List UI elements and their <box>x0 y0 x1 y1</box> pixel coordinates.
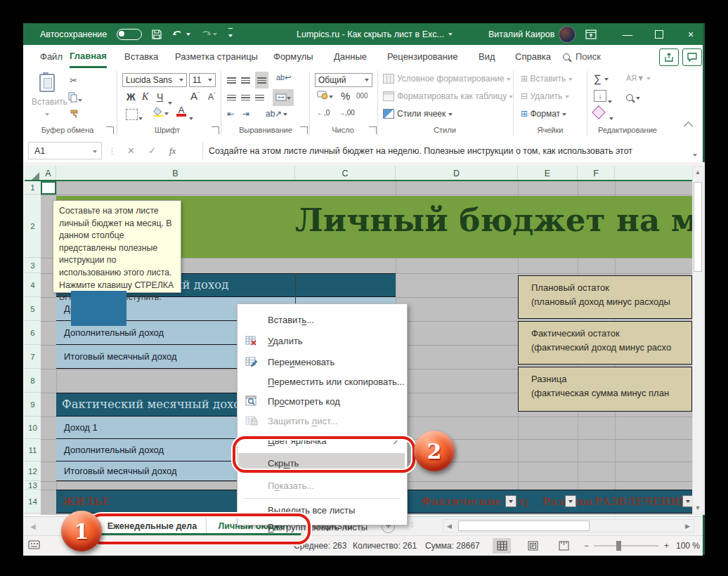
menu-item-view-code[interactable]: Просмотреть код <box>238 391 405 411</box>
maximize-button[interactable] <box>647 23 671 45</box>
row-header-13[interactable]: 13 <box>25 481 41 490</box>
select-all-corner[interactable] <box>25 166 41 181</box>
row-header-4[interactable]: 4 <box>25 273 41 297</box>
fill-down-icon[interactable]: ↓ <box>594 90 606 102</box>
clear-icon[interactable] <box>592 105 606 119</box>
row-header-14[interactable]: 14 <box>25 490 41 513</box>
search-box[interactable]: Поиск <box>563 45 601 68</box>
comma-style-icon[interactable]: 000 <box>356 92 368 100</box>
borders-dropdown[interactable] <box>138 112 143 124</box>
cancel-entry-icon[interactable]: ✕ <box>127 142 135 159</box>
fill-color-icon[interactable] <box>153 107 169 119</box>
zoom-out-button[interactable]: − <box>584 536 589 556</box>
scroll-down-arrow[interactable]: ▼ <box>693 503 703 513</box>
comments-button[interactable] <box>682 48 702 66</box>
sheet-scroll-left-icon[interactable]: ◀ <box>30 523 36 530</box>
row-header-6[interactable]: 6 <box>25 321 41 345</box>
vertical-scroll-thumb[interactable] <box>694 182 702 272</box>
expand-formula-bar-icon[interactable] <box>693 148 697 161</box>
page-break-view-button[interactable] <box>554 538 573 554</box>
tab-page-layout[interactable]: Разметка страницы <box>175 45 258 68</box>
tab-splitter-handle[interactable]: ⁞ <box>411 521 413 529</box>
insert-cells-button[interactable]: ⊞ Вставить <box>521 74 573 84</box>
zoom-in-button[interactable]: + <box>664 536 669 556</box>
row-header-7[interactable]: 7 <box>25 345 41 369</box>
column-header-c[interactable]: C <box>295 166 396 181</box>
clear-dropdown[interactable] <box>609 112 613 124</box>
accessibility-icon[interactable] <box>28 540 40 553</box>
tab-formulas[interactable]: Формулы <box>273 45 313 68</box>
menu-item-insert[interactable]: Вставить... <box>238 310 405 329</box>
column-header-b[interactable]: B <box>56 166 295 181</box>
save-icon[interactable] <box>151 23 162 45</box>
column-header-a[interactable]: A <box>41 166 56 181</box>
italic-button[interactable]: К <box>142 91 148 103</box>
quick-access-menu-icon[interactable] <box>228 23 233 45</box>
active-cell-a1[interactable] <box>41 181 56 195</box>
tab-file[interactable]: Файл <box>40 45 63 68</box>
currency-format-icon[interactable] <box>317 90 333 103</box>
alignment-dialog-launcher[interactable] <box>300 126 308 134</box>
menu-item-delete[interactable]: Удалить <box>238 331 405 351</box>
font-dialog-launcher[interactable] <box>212 126 219 134</box>
orientation-icon[interactable]: ab↗ <box>266 109 287 119</box>
undo-button[interactable] <box>172 23 190 45</box>
note-planned-balance[interactable]: Плановый остаток (плановый доход минус р… <box>518 275 692 319</box>
column-header-d[interactable]: D <box>396 166 518 181</box>
tab-review[interactable]: Рецензирование <box>387 45 457 68</box>
confirm-entry-icon[interactable]: ✓ <box>148 142 156 159</box>
align-middle-icon[interactable] <box>241 74 250 86</box>
column-header-f[interactable]: F <box>578 166 615 181</box>
column-header-e[interactable]: E <box>518 166 578 181</box>
align-left-icon[interactable] <box>227 91 236 104</box>
horizontal-scroll-thumb[interactable] <box>458 521 590 531</box>
filter-dropdown-difference[interactable] <box>565 495 576 507</box>
minimize-button[interactable]: — <box>616 23 639 45</box>
collapse-ribbon-icon[interactable] <box>684 122 693 131</box>
status-count[interactable]: Количество: 261 <box>353 536 417 556</box>
name-box[interactable]: A1 <box>28 142 102 159</box>
tab-help[interactable]: Справка <box>515 45 551 68</box>
hscroll-left-arrow[interactable]: ◀ <box>445 521 454 530</box>
status-sum[interactable]: Сумма: 28667 <box>425 536 480 556</box>
menu-item-move-copy[interactable]: Переместить или скопировать... <box>238 372 405 391</box>
underline-button[interactable]: Ч <box>157 91 163 103</box>
row-header-3[interactable]: 3 <box>25 258 41 273</box>
ribbon-display-options-icon[interactable] <box>585 23 597 45</box>
normal-view-button[interactable] <box>493 538 511 554</box>
insert-function-icon[interactable]: fx <box>169 142 176 159</box>
redo-button[interactable] <box>199 23 217 45</box>
align-center-icon[interactable] <box>241 91 250 104</box>
font-size-combo[interactable]: 11 <box>189 73 216 87</box>
hscroll-right-arrow[interactable]: ▶ <box>683 521 692 530</box>
format-painter-icon[interactable] <box>70 109 79 121</box>
cut-icon[interactable]: ✂ <box>70 75 77 86</box>
share-button[interactable] <box>659 48 679 66</box>
autosave-toggle[interactable] <box>117 23 142 45</box>
row-header-2[interactable]: 2 <box>25 195 41 258</box>
decrease-decimal-icon[interactable]: →,00 <box>338 109 355 117</box>
tab-data[interactable]: Данные <box>334 45 367 68</box>
increase-font-icon[interactable]: Аˆ <box>190 90 200 102</box>
close-button[interactable]: × <box>679 23 703 45</box>
percent-style-icon[interactable]: % <box>341 90 350 102</box>
tab-insert[interactable]: Вставка <box>124 45 158 68</box>
zoom-level[interactable]: 100 % <box>676 536 700 556</box>
decrease-font-icon[interactable]: Аˇ <box>208 91 216 102</box>
formula-input[interactable]: Создайте на этом листе личный бюджет на … <box>202 142 691 159</box>
filter-dropdown-actual-costs[interactable] <box>505 495 516 507</box>
align-top-icon[interactable] <box>227 74 236 86</box>
tab-home[interactable]: Главная <box>70 45 107 68</box>
scroll-up-arrow[interactable]: ▲ <box>693 166 703 178</box>
format-cells-button[interactable]: ⊞ Формат <box>521 109 566 119</box>
merge-center-icon[interactable] <box>273 89 294 106</box>
paste-button[interactable]: Вставить <box>32 72 63 119</box>
font-name-combo[interactable]: Lucida Sans <box>122 73 187 87</box>
align-bottom-icon[interactable] <box>255 72 268 89</box>
sort-filter-button[interactable]: АЯ▼ <box>626 74 651 82</box>
wrap-text-icon[interactable]: ab↩ <box>276 73 291 82</box>
delete-cells-button[interactable]: ⊟ Удалить <box>521 91 569 101</box>
row-header-9[interactable]: 9 <box>25 393 41 417</box>
clipboard-dialog-launcher[interactable] <box>106 126 114 134</box>
font-color-dropdown[interactable] <box>189 112 193 124</box>
